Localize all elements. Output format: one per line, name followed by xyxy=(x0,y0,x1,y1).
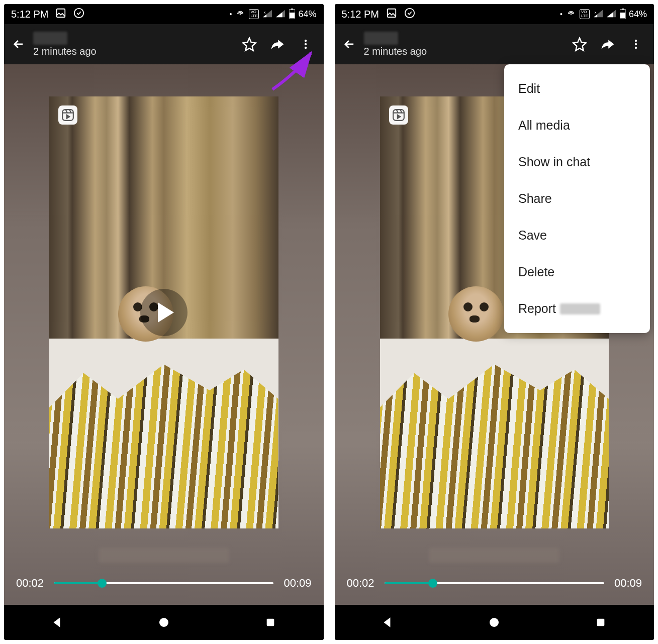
phone-screenshot-right: 5:12 PM • VOLTE x 64% 2 mi xyxy=(335,4,654,640)
dot-icon: • xyxy=(229,10,232,18)
clock-text: 5:12 PM xyxy=(342,9,379,20)
menu-item-delete[interactable]: Delete xyxy=(504,254,650,290)
reel-icon xyxy=(58,105,77,125)
forward-button[interactable] xyxy=(596,32,620,56)
video-progress: 00:02 00:09 xyxy=(4,569,324,605)
svg-point-2 xyxy=(240,14,241,15)
battery-percent: 64% xyxy=(298,9,316,20)
battery-percent: 64% xyxy=(629,9,647,20)
report-name-blurred xyxy=(560,303,600,314)
image-icon xyxy=(55,8,66,21)
status-bar: 5:12 PM • VOLTE x 64% xyxy=(335,4,654,24)
nav-back-button[interactable] xyxy=(372,607,403,637)
seek-track[interactable] xyxy=(54,582,273,584)
svg-point-7 xyxy=(304,40,306,42)
svg-rect-23 xyxy=(393,110,404,121)
status-bar: 5:12 PM • VOLTE x 64% xyxy=(4,4,324,24)
nav-recent-button[interactable] xyxy=(255,607,286,637)
nav-recent-button[interactable] xyxy=(586,607,616,637)
menu-item-all-media[interactable]: All media xyxy=(504,107,650,144)
menu-item-share[interactable]: Share xyxy=(504,180,650,217)
svg-point-9 xyxy=(304,47,306,49)
svg-rect-19 xyxy=(620,13,625,18)
options-menu: Edit All media Show in chat Share Save D… xyxy=(504,64,650,333)
phone-screenshot-left: 5:12 PM • VOLTE x 64% 2 mi xyxy=(4,4,324,640)
svg-point-24 xyxy=(490,618,499,627)
battery-icon xyxy=(289,9,295,20)
volte-icon: VOLTE xyxy=(249,9,259,19)
nav-back-button[interactable] xyxy=(42,607,72,637)
svg-point-20 xyxy=(635,40,637,42)
elapsed-time: 00:02 xyxy=(347,577,374,590)
caption-blurred xyxy=(99,548,229,563)
nav-home-button[interactable] xyxy=(479,607,509,637)
check-circle-icon xyxy=(73,8,84,21)
volte-icon: VOLTE xyxy=(580,9,590,19)
contact-name-blurred xyxy=(364,32,398,45)
elapsed-time: 00:02 xyxy=(16,577,44,590)
duration-time: 00:09 xyxy=(614,577,642,590)
more-options-button[interactable] xyxy=(294,32,318,56)
svg-point-22 xyxy=(635,47,637,49)
contact-name-blurred xyxy=(33,32,67,45)
star-button[interactable] xyxy=(237,32,261,56)
back-button[interactable] xyxy=(341,36,358,53)
menu-item-edit[interactable]: Edit xyxy=(504,70,650,107)
duration-time: 00:09 xyxy=(284,577,311,590)
dot-icon: • xyxy=(560,10,562,18)
play-icon xyxy=(158,302,174,323)
more-options-button[interactable] xyxy=(624,32,648,56)
signal-2-icon xyxy=(607,10,616,19)
signal-2-icon xyxy=(276,10,285,19)
seek-thumb[interactable] xyxy=(428,579,437,588)
video-frame[interactable] xyxy=(49,96,278,528)
svg-text:x: x xyxy=(595,10,597,15)
svg-rect-6 xyxy=(290,13,295,18)
back-button[interactable] xyxy=(10,36,27,53)
svg-rect-10 xyxy=(62,110,73,121)
star-button[interactable] xyxy=(568,32,592,56)
svg-point-1 xyxy=(74,8,83,17)
video-area xyxy=(4,64,324,535)
svg-point-11 xyxy=(159,618,168,627)
signal-1-icon: x xyxy=(263,10,272,19)
caption-blurred xyxy=(429,548,559,563)
signal-1-icon: x xyxy=(594,10,603,19)
nav-home-button[interactable] xyxy=(149,607,179,637)
seek-thumb[interactable] xyxy=(98,579,107,588)
timestamp-text: 2 minutes ago xyxy=(33,46,233,57)
video-progress: 00:02 00:09 xyxy=(335,569,654,605)
svg-point-15 xyxy=(571,14,572,15)
app-bar: 2 minutes ago xyxy=(335,24,654,64)
svg-text:x: x xyxy=(264,10,266,15)
reel-icon xyxy=(389,105,408,125)
app-bar: 2 minutes ago xyxy=(4,24,324,64)
hotspot-icon xyxy=(567,9,576,20)
battery-icon xyxy=(620,9,626,20)
menu-item-show-in-chat[interactable]: Show in chat xyxy=(504,144,650,180)
timestamp-text: 2 minutes ago xyxy=(364,46,564,57)
svg-rect-13 xyxy=(388,9,396,17)
media-viewer: 00:02 00:09 xyxy=(4,64,324,605)
forward-button[interactable] xyxy=(265,32,290,56)
media-viewer: 00:02 00:09 Edit All media Show in chat … xyxy=(335,64,654,605)
svg-rect-25 xyxy=(597,619,605,626)
menu-item-report[interactable]: Report xyxy=(504,290,650,327)
navigation-bar xyxy=(335,605,654,640)
svg-rect-12 xyxy=(266,619,274,626)
hotspot-icon xyxy=(236,9,245,20)
svg-point-14 xyxy=(405,8,414,17)
menu-item-save[interactable]: Save xyxy=(504,217,650,254)
navigation-bar xyxy=(4,605,324,640)
svg-rect-18 xyxy=(622,9,624,10)
clock-text: 5:12 PM xyxy=(11,9,48,20)
play-button[interactable] xyxy=(140,289,187,336)
seek-track[interactable] xyxy=(385,582,604,584)
check-circle-icon xyxy=(404,8,415,21)
svg-point-21 xyxy=(635,43,637,45)
svg-rect-5 xyxy=(291,9,293,10)
svg-rect-0 xyxy=(57,9,65,17)
image-icon xyxy=(386,8,397,21)
svg-point-8 xyxy=(304,43,306,45)
